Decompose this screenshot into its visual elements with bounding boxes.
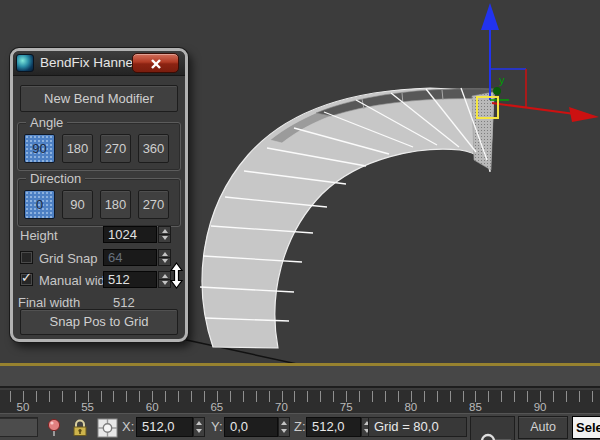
grid-size-field: Grid = 80,0 <box>368 417 467 437</box>
y-coordinate-label: Y: <box>211 419 223 434</box>
ruler-tick <box>36 391 37 402</box>
ruler-tick <box>592 391 593 402</box>
angle-90-button[interactable]: 90 <box>24 134 55 163</box>
snap-pos-to-grid-button[interactable]: Snap Pos to Grid <box>20 309 178 335</box>
angle-360-button[interactable]: 360 <box>138 134 169 163</box>
ruler-tick <box>579 391 580 402</box>
z-coordinate-field[interactable]: 512,0 <box>306 417 361 437</box>
checkmark-icon: ✓ <box>21 270 32 285</box>
ruler-tick <box>165 391 166 402</box>
ruler-tick <box>256 391 257 402</box>
dialog-title: BendFix Hannes <box>40 55 140 70</box>
angle-group: Angle 90 180 270 360 <box>17 122 181 171</box>
ruler-tick <box>49 391 50 402</box>
y-axis-label: y <box>499 74 505 86</box>
height-spinner[interactable] <box>158 226 171 243</box>
absolute-mode-icon[interactable] <box>97 418 118 438</box>
bendfix-dialog: BendFix Hannes New Bend Modifier Angle 9… <box>10 48 188 342</box>
direction-270-button[interactable]: 270 <box>138 190 169 219</box>
y-coordinate-field[interactable]: 0,0 <box>224 417 278 437</box>
max-application-window: y BendFix Hannes New Bend Modifier Angle… <box>0 0 600 440</box>
x-coordinate-field[interactable]: 512,0 <box>136 417 193 437</box>
ruler-tick <box>294 391 295 402</box>
set-key-button[interactable] <box>470 416 515 440</box>
y-axis-arrowhead[interactable] <box>493 87 501 95</box>
final-width-label: Final width <box>18 295 80 310</box>
auto-key-button[interactable]: Auto Key <box>518 416 568 439</box>
ruler-tick <box>553 391 554 402</box>
ruler-tick <box>126 391 127 402</box>
prompt-field[interactable] <box>0 417 38 437</box>
ruler-tick-label: 90 <box>525 401 555 413</box>
ruler-tick <box>113 391 114 402</box>
x-coordinate-spinner[interactable] <box>193 417 205 437</box>
ruler-tick <box>307 391 308 402</box>
bent-mesh[interactable] <box>200 88 494 348</box>
ruler-tick-label: 85 <box>460 401 490 413</box>
manual-width-spinner[interactable] <box>158 271 171 288</box>
ruler-tick <box>566 391 567 402</box>
x-coordinate-label: X: <box>122 419 134 434</box>
ruler-tick-label: 75 <box>331 401 361 413</box>
direction-90-button[interactable]: 90 <box>62 190 93 219</box>
ruler-tick <box>191 391 192 402</box>
final-width-value: 512 <box>113 295 135 310</box>
ruler-tick <box>424 391 425 402</box>
ruler-tick-label: 65 <box>202 401 232 413</box>
ruler-tick <box>450 391 451 402</box>
ruler-tick-label: 80 <box>396 401 426 413</box>
grid-snap-spinner[interactable] <box>158 249 171 266</box>
pushpin-icon[interactable] <box>45 418 63 437</box>
ruler-tick <box>178 391 179 402</box>
direction-group: Direction 0 90 180 270 <box>17 178 181 227</box>
height-field[interactable]: 1024 <box>103 226 157 243</box>
ruler-tick <box>385 391 386 402</box>
dialog-titlebar[interactable]: BendFix Hannes <box>13 51 185 76</box>
ruler-tick-label: 50 <box>8 401 38 413</box>
selection-lock-icon[interactable] <box>71 418 89 437</box>
ruler-tick <box>62 391 63 402</box>
z-coordinate-label: Z: <box>294 419 306 434</box>
close-button[interactable] <box>132 53 179 73</box>
close-x-icon <box>150 58 162 70</box>
ruler-tick-label: 70 <box>267 401 297 413</box>
manual-width-checkbox[interactable]: ✓ <box>20 273 33 286</box>
new-bend-modifier-button[interactable]: New Bend Modifier <box>20 85 178 112</box>
ruler-tick-label: 55 <box>73 401 103 413</box>
z-axis-arrowhead[interactable] <box>481 3 499 30</box>
key-icon <box>471 417 515 440</box>
transform-gizmo[interactable]: y <box>477 3 599 122</box>
x-axis-arrow[interactable] <box>492 103 575 114</box>
ruler-tick <box>101 391 102 402</box>
ruler-tick <box>514 391 515 402</box>
status-bar: X: 512,0 Y: 0,0 Z: 512,0 Grid = 80,0 Aut… <box>0 413 600 440</box>
ruler-tick-label: 60 <box>137 401 167 413</box>
selected-dropdown-button[interactable]: Select <box>572 416 600 439</box>
x-axis-arrowhead[interactable] <box>569 107 599 122</box>
grid-snap-field: 64 <box>103 249 157 266</box>
grid-snap-checkbox[interactable] <box>20 251 33 264</box>
angle-group-label: Angle <box>26 115 67 130</box>
max-logo-icon <box>16 54 34 72</box>
ruler-tick <box>372 391 373 402</box>
track-bar[interactable] <box>0 366 600 388</box>
grid-snap-label: Grid Snap <box>39 251 98 266</box>
ruler-tick <box>437 391 438 402</box>
timeline-ruler[interactable]: 505560657075808590 <box>0 390 600 413</box>
y-coordinate-spinner[interactable] <box>278 417 290 437</box>
ruler-tick <box>320 391 321 402</box>
direction-0-button[interactable]: 0 <box>24 190 55 219</box>
direction-group-label: Direction <box>26 171 85 186</box>
ruler-tick <box>501 391 502 402</box>
direction-180-button[interactable]: 180 <box>100 190 131 219</box>
angle-270-button[interactable]: 270 <box>100 134 131 163</box>
height-label: Height <box>20 228 58 243</box>
ruler-tick <box>359 391 360 402</box>
ruler-tick <box>488 391 489 402</box>
manual-width-field[interactable]: 512 <box>103 271 157 288</box>
ruler-tick <box>243 391 244 402</box>
ruler-tick <box>230 391 231 402</box>
angle-180-button[interactable]: 180 <box>62 134 93 163</box>
